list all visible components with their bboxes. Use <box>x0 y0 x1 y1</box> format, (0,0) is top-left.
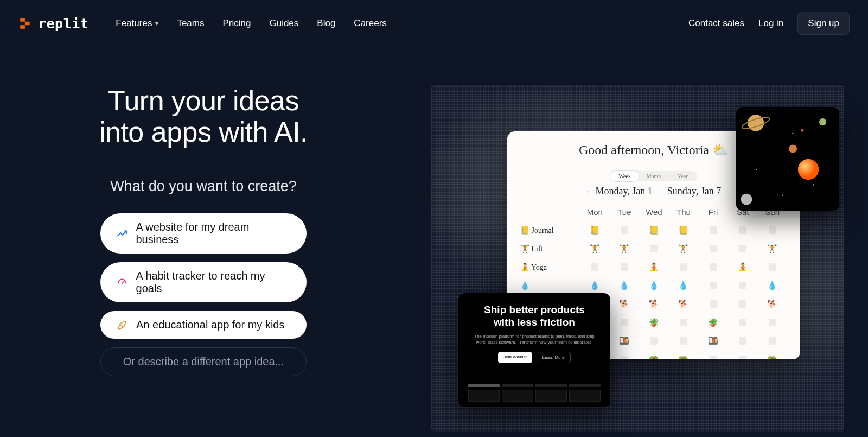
nav-link-guides[interactable]: Guides <box>269 18 298 29</box>
habit-cell[interactable] <box>610 319 640 326</box>
habit-cell[interactable]: 🐕 <box>669 299 699 309</box>
habit-cell[interactable] <box>669 337 699 345</box>
habit-cell[interactable]: 🧘 <box>639 262 669 272</box>
nav-link-features[interactable]: Features ▾ <box>116 18 158 29</box>
nav-link-careers[interactable]: Careers <box>354 18 386 29</box>
signup-button[interactable]: Sign up <box>797 12 850 35</box>
habit-cell[interactable]: 🏋️ <box>610 244 640 254</box>
habit-cell[interactable]: 🥗 <box>669 354 699 359</box>
habit-cell[interactable]: 🪴 <box>698 318 728 327</box>
hero-section: Turn your ideas into apps with AI. What … <box>0 47 868 432</box>
habit-cell[interactable] <box>698 245 728 252</box>
habit-cell[interactable]: 🍱 <box>610 336 640 346</box>
rocket-icon <box>116 319 129 331</box>
range-tabs: Week Month Year <box>610 171 697 181</box>
top-nav: replit Features ▾ Teams Pricing Guides B… <box>0 0 868 47</box>
habit-cell[interactable] <box>639 337 669 345</box>
habit-cell[interactable]: 🏋️ <box>580 244 610 254</box>
habit-cell[interactable]: 🥗 <box>757 354 787 359</box>
habit-cell[interactable]: 💧 <box>580 281 610 290</box>
habit-cell[interactable] <box>728 226 758 234</box>
habit-label: 🧘 Yoga <box>520 263 580 272</box>
hero-right: Good afternoon, Victoria ⛅ Week Month Ye… <box>407 85 868 432</box>
suggestion-habit-tracker[interactable]: A habit tracker to reach my goals <box>100 262 307 302</box>
nav-link-teams[interactable]: Teams <box>177 18 204 29</box>
habit-cell[interactable]: 📒 <box>669 225 699 235</box>
habit-cell[interactable]: 💧 <box>639 281 669 290</box>
join-waitlist-button[interactable]: Join Waitlist <box>498 352 532 363</box>
habit-cell[interactable]: 📒 <box>639 225 669 235</box>
habit-cell[interactable] <box>669 263 699 271</box>
app-idea-input[interactable]: Or describe a different app idea... <box>100 347 307 376</box>
date-range-text: Monday, Jan 1 — Sunday, Jan 7 <box>596 186 722 197</box>
habit-cell[interactable]: 📒 <box>580 225 610 235</box>
habit-cell[interactable]: 🍱 <box>698 336 728 346</box>
habit-cell[interactable]: 💧 <box>669 281 699 290</box>
habit-cell[interactable] <box>728 356 758 359</box>
habit-cell[interactable] <box>610 263 640 271</box>
svg-point-17 <box>819 118 826 125</box>
svg-rect-1 <box>25 22 30 26</box>
suggestion-label: An educational app for my kids <box>136 319 285 331</box>
habit-cell[interactable]: 🏋️ <box>757 244 787 254</box>
habit-cell[interactable] <box>728 282 758 289</box>
habit-cell[interactable]: 🐕 <box>639 299 669 309</box>
habit-cell[interactable]: 🪴 <box>639 318 669 327</box>
habit-cell[interactable]: 🐕 <box>757 299 787 309</box>
habit-cell[interactable] <box>610 226 640 234</box>
habit-cell[interactable] <box>728 245 758 252</box>
contact-sales-link[interactable]: Contact sales <box>688 18 744 29</box>
svg-point-18 <box>801 129 804 132</box>
hero-title-line1: Turn your ideas <box>108 85 299 116</box>
habit-cell[interactable] <box>639 245 669 252</box>
learn-more-button[interactable]: Learn More <box>537 352 571 363</box>
planets-card <box>736 107 839 211</box>
login-link[interactable]: Log in <box>758 18 783 29</box>
suggestion-label: A website for my dream business <box>136 221 291 246</box>
suggestion-educational-app[interactable]: An educational app for my kids <box>100 311 307 339</box>
habit-cell[interactable]: 🐕 <box>610 299 640 309</box>
svg-point-6 <box>793 133 794 134</box>
habit-cell[interactable] <box>757 263 787 271</box>
habit-cell[interactable] <box>698 300 728 308</box>
habit-cell[interactable] <box>757 337 787 345</box>
habit-cell[interactable] <box>757 319 787 326</box>
nav-link-label: Features <box>116 18 152 29</box>
habit-cell[interactable]: 🧘 <box>728 262 758 272</box>
habit-cell[interactable] <box>669 319 699 326</box>
habit-row: 📒 Journal📒📒📒 <box>520 221 787 239</box>
habit-cell[interactable] <box>728 319 758 326</box>
suggestion-website[interactable]: A website for my dream business <box>100 213 307 254</box>
tab-month[interactable]: Month <box>639 171 668 181</box>
habit-cell[interactable] <box>698 282 728 289</box>
product-panels <box>468 390 601 402</box>
product-tabs <box>468 379 601 387</box>
hero-title-line2: into apps with AI. <box>99 116 308 148</box>
habit-cell[interactable] <box>580 263 610 271</box>
tab-year[interactable]: Year <box>668 171 697 181</box>
habit-cell[interactable]: 🥗 <box>639 354 669 359</box>
svg-point-10 <box>782 195 783 196</box>
tab-week[interactable]: Week <box>610 171 639 181</box>
habit-cell[interactable] <box>610 356 640 359</box>
nav-link-blog[interactable]: Blog <box>317 18 335 29</box>
prev-week-icon[interactable]: ‹ <box>586 187 589 196</box>
habit-cell[interactable]: 💧 <box>610 281 640 290</box>
habit-cell[interactable] <box>698 263 728 271</box>
logo[interactable]: replit <box>18 16 88 31</box>
svg-point-8 <box>756 169 757 170</box>
svg-point-12 <box>748 115 764 131</box>
hero-left: Turn your ideas into apps with AI. What … <box>0 85 407 432</box>
logo-icon <box>18 16 33 30</box>
habit-cell[interactable] <box>698 356 728 359</box>
product-title-line2: with less friction <box>494 316 575 328</box>
habit-cell[interactable] <box>698 226 728 234</box>
nav-link-pricing[interactable]: Pricing <box>222 18 251 29</box>
day-head: Fri <box>698 207 728 217</box>
habit-cell[interactable] <box>728 337 758 345</box>
habit-cell[interactable]: 💧 <box>757 281 787 290</box>
habit-cell[interactable]: 🏋️ <box>669 244 699 254</box>
habit-cell[interactable] <box>728 300 758 308</box>
habit-label: 💧 <box>520 281 580 290</box>
habit-cell[interactable] <box>757 226 787 234</box>
